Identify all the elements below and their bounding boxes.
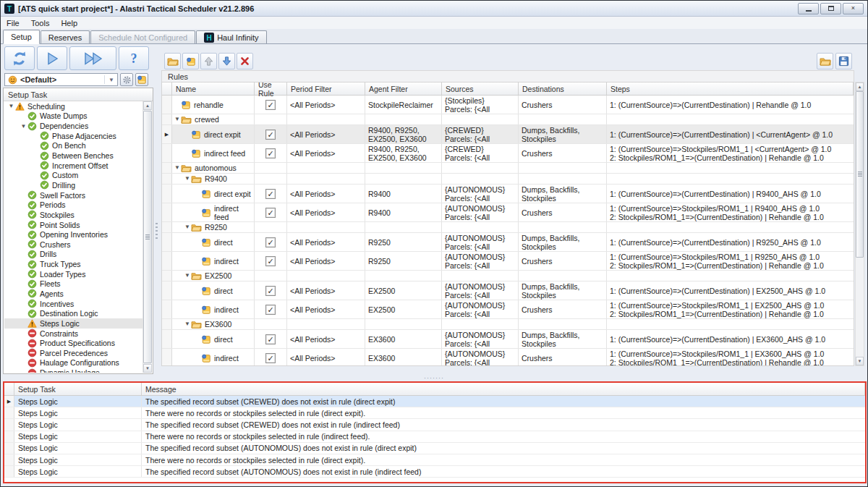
rules-rule-row[interactable]: direct✓<All Periods>R9250Records: {AUTON… [162,233,854,252]
expander-icon[interactable]: ▼ [20,123,27,130]
expander-icon[interactable]: ▼ [174,164,181,172]
menu-item-file[interactable]: File [1,17,25,29]
rules-rule-row[interactable]: indirect feed✓<All Periods>R9400, R9250,… [162,144,854,163]
rules-scroll-thumb[interactable] [856,91,864,258]
sidebar-item-drills[interactable]: Drills [4,250,142,260]
rules-group-row[interactable]: ▼EX3600 [162,319,854,330]
sidebar-item-stockpiles[interactable]: Stockpiles [4,210,142,220]
rules-rule-row[interactable]: indirect✓<All Periods>R9250Records: {AUT… [162,252,854,271]
message-row[interactable]: Steps LogicThere were no records or stoc… [4,407,865,419]
sidebar-item-swell-factors[interactable]: Swell Factors [4,190,142,200]
rules-rule-row[interactable]: direct✓<All Periods>EX3600Records: {AUTO… [162,330,854,349]
sidebar-item-loader-types[interactable]: Loader Types [4,269,142,279]
sidebar-item-constraints[interactable]: Constraints [4,329,142,339]
preset-dropdown[interactable]: <Default> ▼ [4,73,118,86]
message-row[interactable]: Steps LogicThe specified record subset (… [4,466,865,478]
open-folder-button[interactable] [817,53,833,69]
help-button[interactable]: ? [119,46,149,70]
sidebar-item-opening-inventories[interactable]: Opening Inventories [4,229,142,240]
sidebar-item-fleets[interactable]: Fleets [4,279,142,289]
scroll-down-icon[interactable]: ▼ [856,357,864,365]
use-rule-checkbox[interactable]: ✓ [265,256,276,266]
message-row[interactable]: Steps LogicThere were no records or stoc… [4,454,865,466]
move-down-button[interactable] [218,53,235,69]
rules-group-row[interactable]: ▼crewed [162,114,854,125]
use-rule-checkbox[interactable]: ✓ [265,334,276,344]
sidebar-item-between-benches[interactable]: Between Benches [4,151,142,161]
tab-reserves[interactable]: Reserves [41,30,90,43]
minimize-button[interactable] [798,3,819,14]
expander-icon[interactable]: ▼ [184,223,191,232]
vertical-splitter[interactable] [153,88,159,374]
sidebar-item-crushers[interactable]: Crushers [4,240,142,250]
expander-icon[interactable]: ▼ [7,103,15,109]
expander-icon[interactable]: ▼ [184,174,191,183]
sidebar-item-product-specifications[interactable]: Product Specifications [4,338,142,348]
use-rule-checkbox[interactable]: ✓ [265,208,276,218]
tab-haul-infinity[interactable]: HHaul Infinity [196,30,266,43]
sidebar-item-increment-offset[interactable]: Increment Offset [4,161,142,171]
sidebar-item-haulage-configurations[interactable]: Haulage Configurations [4,358,142,368]
column-header-period-filter[interactable]: Period Filter [287,82,365,95]
use-rule-checkbox[interactable]: ✓ [265,100,276,110]
message-row[interactable]: Steps LogicThe specified record subset (… [4,443,865,454]
sidebar-item-destination-logic[interactable]: Destination Logic [4,308,142,318]
rules-rule-row[interactable]: direct expit✓<All Periods>R9400Records: … [162,185,854,203]
sidebar-item-phase-adjacencies[interactable]: Phase Adjacencies [4,131,142,141]
sidebar-item-periods[interactable]: Periods [4,200,142,210]
expander-icon[interactable]: ▼ [174,115,181,124]
scroll-up-icon[interactable]: ▲ [143,101,152,110]
column-header-sources[interactable]: Sources [442,82,519,95]
column-header-name[interactable]: Name [172,82,255,95]
sidebar-item-dependencies[interactable]: ▼Dependencies [4,121,142,131]
rules-group-row[interactable]: ▼autonomous [162,163,854,174]
message-row[interactable]: Steps LogicThere were no records or stoc… [4,431,865,443]
rules-rule-row[interactable]: ▶direct expit✓<All Periods>R9400, R9250,… [162,125,854,144]
refresh-button[interactable] [4,46,35,70]
maximize-button[interactable] [820,3,841,14]
close-button[interactable]: × [843,3,864,14]
run-button[interactable] [37,46,67,70]
scroll-up-icon[interactable]: ▲ [856,82,864,91]
column-header-message[interactable]: Message [142,383,865,395]
sidebar-item-agents[interactable]: Agents [4,289,142,299]
rules-group-row[interactable]: ▼EX2500 [162,271,854,281]
tab-schedule-not-configured[interactable]: Schedule Not Configured [90,30,195,43]
tree-scroll-thumb[interactable] [143,111,152,363]
use-rule-checkbox[interactable]: ✓ [265,130,276,140]
tree-scrollbar[interactable]: ▲ ▼ [142,101,152,373]
sidebar-item-incentives[interactable]: Incentives [4,299,142,309]
menu-item-tools[interactable]: Tools [25,17,56,29]
expander-icon[interactable]: ▼ [184,320,191,329]
sidebar-item-dynamic-haulage[interactable]: Dynamic Haulage [4,368,142,373]
sidebar-item-truck-types[interactable]: Truck Types [4,259,142,269]
column-header-use-rule[interactable]: Use Rule [255,82,287,95]
sidebar-item-custom[interactable]: Custom [4,170,142,180]
rules-rule-row[interactable]: indirect✓<All Periods>EX3600Records: {AU… [162,349,854,366]
column-header-destinations[interactable]: Destinations [519,82,607,95]
column-header-setup-task[interactable]: Setup Task [14,383,142,395]
sidebar-item-scheduling[interactable]: ▼Scheduling [4,101,142,111]
sidebar-item-steps-logic[interactable]: Steps Logic [4,318,142,329]
note-button[interactable] [182,53,199,69]
column-header-steps[interactable]: Steps [607,82,854,95]
use-rule-checkbox[interactable]: ✓ [265,286,276,296]
sidebar-item-on-bench[interactable]: On Bench [4,141,142,151]
horizontal-splitter[interactable]: ······· [1,375,867,381]
use-rule-checkbox[interactable]: ✓ [265,148,276,158]
use-rule-checkbox[interactable]: ✓ [265,305,276,315]
sidebar-item-drilling[interactable]: Drilling [4,180,142,190]
rules-rule-row[interactable]: direct✓<All Periods>EX2500Records: {AUTO… [162,281,854,300]
menu-item-help[interactable]: Help [55,17,83,29]
save-button[interactable] [835,53,852,69]
use-rule-checkbox[interactable]: ✓ [265,353,276,363]
sidebar-item-parcel-precedences[interactable]: Parcel Precedences [4,348,142,358]
expander-icon[interactable]: ▼ [184,271,191,280]
rules-scrollbar[interactable]: ▲ ▼ [855,82,864,366]
tab-setup[interactable]: Setup [3,30,40,44]
message-row[interactable]: ▶Steps LogicThe specified record subset … [4,396,865,407]
delete-button[interactable] [237,53,253,69]
settings-button[interactable] [120,73,133,86]
sidebar-item-waste-dumps[interactable]: Waste Dumps [4,111,142,122]
rules-rule-row[interactable]: indirect✓<All Periods>EX2500Records: {AU… [162,300,854,319]
